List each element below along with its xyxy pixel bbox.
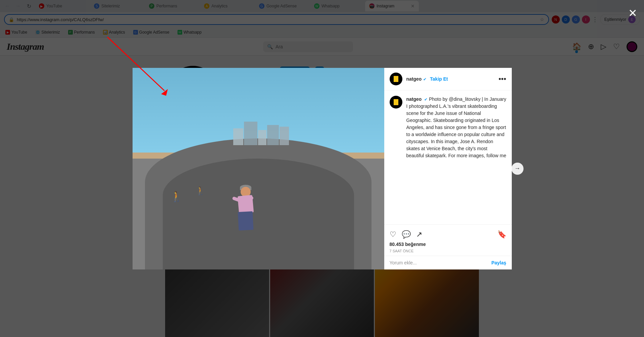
post-author-info: natgeo ✔ Takip Et [406, 76, 448, 82]
post-header: natgeo ✔ Takip Et ••• [384, 68, 512, 90]
caption-row: natgeo ✔ Photo by @dina_litovsky | In Ja… [390, 96, 506, 159]
post-timestamp: 7 SAAT ÖNCE [390, 249, 506, 253]
modal-close-button[interactable]: ✕ [628, 7, 637, 19]
skatepark-bowl-inner [163, 159, 354, 269]
comment-input[interactable] [390, 260, 492, 265]
comment-button[interactable]: 💬 [402, 230, 411, 239]
post-share-button[interactable]: Paylaş [491, 260, 506, 265]
bg-figure-1: 🚶 [170, 191, 183, 202]
caption-avatar-rect [393, 98, 399, 106]
save-button[interactable]: 🔖 [497, 230, 506, 239]
post-comment-section: natgeo ✔ Photo by @dina_litovsky | In Ja… [384, 90, 512, 224]
post-overlay[interactable]: ← [0, 0, 644, 337]
add-comment-bar[interactable]: Paylaş [384, 256, 512, 269]
caption-avatar-natgeo [390, 96, 402, 108]
caption-body: Photo by @dina_litovsky | In January I p… [406, 96, 506, 158]
caption-text: natgeo ✔ Photo by @dina_litovsky | In Ja… [406, 96, 506, 159]
post-actions: ♡ 💬 ↗ 🔖 80.453 beğenme 7 SAAT ÖNCE [384, 224, 512, 256]
share-button[interactable]: ↗ [416, 230, 422, 239]
post-action-icons-row: ♡ 💬 ↗ 🔖 [390, 227, 506, 242]
caption-avatar [390, 96, 402, 109]
buildings-bg [233, 118, 384, 145]
skater-arms [232, 196, 254, 203]
skater-pants [238, 211, 254, 230]
caption-username: natgeo [406, 96, 422, 102]
next-post-button[interactable]: → [511, 163, 524, 175]
skater-arm-right [244, 196, 254, 203]
post-author-username: natgeo [406, 76, 422, 82]
post-likes-count: 80.453 beğenme [390, 242, 506, 247]
post-modal: 🚶 🚶 [133, 68, 512, 269]
post-right-side: natgeo ✔ Takip Et ••• natgeo ✔ [384, 68, 512, 269]
post-more-button[interactable]: ••• [498, 75, 506, 83]
bg-figure-2: 🚶 [195, 186, 205, 196]
post-image: 🚶 🚶 [133, 68, 384, 269]
skater-figure [236, 182, 256, 229]
caption-verified-icon: ✔ [424, 97, 428, 102]
post-avatar-rect [393, 75, 399, 83]
skater-arm-left [232, 196, 243, 203]
post-author-verified: ✔ [423, 77, 427, 82]
skater-body [236, 182, 256, 229]
post-avatar-natgeo [390, 73, 402, 85]
post-image-side: 🚶 🚶 [133, 68, 384, 269]
like-button[interactable]: ♡ [390, 230, 396, 239]
post-author-avatar [390, 73, 402, 85]
post-follow-button[interactable]: Takip Et [430, 76, 448, 82]
